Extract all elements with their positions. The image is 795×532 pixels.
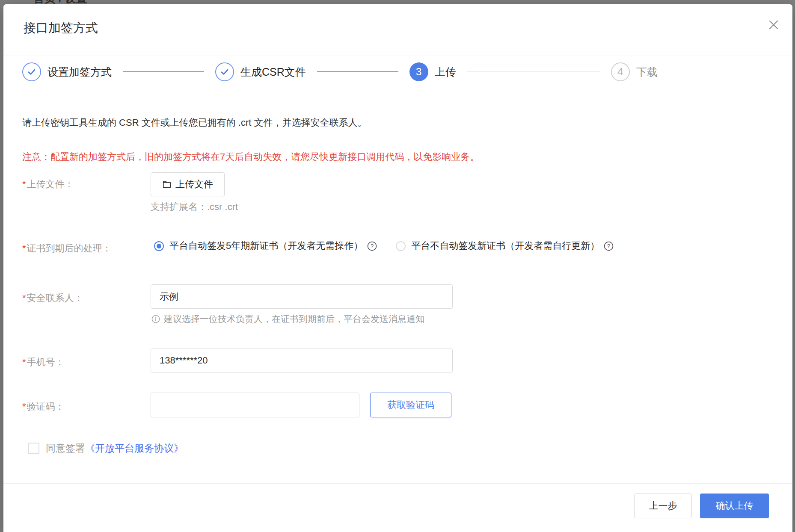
screen: 首页 / 设置 接口加签方式 设置加签方式 生成CSR文件 [0, 0, 795, 532]
upload-extension-hint: 支持扩展名：.csr .crt [151, 201, 238, 213]
step-2-check-icon [215, 62, 234, 81]
radio-selected-icon[interactable] [154, 241, 164, 251]
step-1-check-icon [22, 62, 41, 81]
step-2-generate-csr: 生成CSR文件 [215, 62, 306, 81]
step-4-download: 4 下载 [611, 62, 658, 81]
step-3-circle: 3 [409, 62, 428, 81]
agreement-checkbox[interactable] [28, 443, 39, 454]
radio-auto-renew[interactable]: 平台自动签发5年期新证书（开发者无需操作） ? [154, 239, 377, 252]
security-contact-hint-text: 建议选择一位技术负责人，在证书到期前后，平台会发送消息通知 [164, 313, 424, 325]
radio-no-auto-renew[interactable]: 平台不自动签发新证书（开发者需自行更新） ? [396, 239, 614, 252]
step-4-number: 4 [617, 66, 623, 78]
svg-text:?: ? [607, 243, 611, 249]
required-asterisk: * [22, 401, 26, 412]
cert-expiry-options: 平台自动签发5年期新证书（开发者无需操作） ? 平台不自动签发新证书（开发者需自… [154, 239, 614, 252]
get-code-button[interactable]: 获取验证码 [370, 393, 451, 417]
info-circle-icon [151, 315, 160, 323]
previous-step-button[interactable]: 上一步 [634, 494, 692, 518]
close-icon[interactable] [766, 17, 781, 33]
step-connector-1 [123, 71, 204, 72]
footer-divider [3, 483, 792, 484]
agreement-link[interactable]: 《开放平台服务协议》 [85, 442, 184, 455]
dialog-title: 接口加签方式 [24, 20, 98, 37]
phone-input[interactable] [151, 349, 453, 372]
dimmed-page-backdrop: 首页 / 设置 [0, 0, 795, 4]
svg-text:?: ? [371, 243, 374, 249]
required-asterisk: * [22, 293, 26, 303]
required-asterisk: * [22, 179, 26, 189]
warning-text: 注意：配置新的加签方式后，旧的加签方式将在7天后自动失效，请您尽快更新接口调用代… [22, 151, 479, 163]
phone-label: *手机号： [22, 356, 65, 369]
step-3-upload: 3 上传 [409, 62, 456, 81]
upload-box-icon [162, 180, 172, 189]
confirm-upload-button[interactable]: 确认上传 [700, 494, 769, 518]
step-3-label: 上传 [435, 65, 456, 79]
upload-file-label: *上传文件： [22, 178, 74, 191]
verification-code-label: *验证码： [22, 400, 65, 413]
step-3-number: 3 [416, 66, 421, 78]
question-circle-icon[interactable]: ? [367, 241, 377, 251]
upload-button-label: 上传文件 [175, 178, 213, 191]
cert-expiry-label: *证书到期后的处理： [22, 242, 112, 255]
api-signing-dialog: 接口加签方式 设置加签方式 生成CSR文件 3 [3, 4, 792, 532]
upload-file-button[interactable]: 上传文件 [151, 172, 225, 196]
agreement-row: 同意签署 《开放平台服务协议》 [28, 442, 184, 455]
radio-no-auto-renew-label: 平台不自动签发新证书（开发者需自行更新） [411, 239, 599, 252]
question-circle-icon[interactable]: ? [604, 241, 614, 251]
security-contact-label: *安全联系人： [22, 292, 83, 304]
security-contact-hint: 建议选择一位技术负责人，在证书到期前后，平台会发送消息通知 [151, 313, 424, 325]
breadcrumb: 首页 / 设置 [33, 0, 87, 4]
agreement-text: 同意签署 [46, 442, 85, 455]
step-connector-2 [317, 71, 398, 72]
intro-text: 请上传密钥工具生成的 CSR 文件或上传您已拥有的 .crt 文件，并选择安全联… [22, 116, 367, 129]
header-divider [3, 56, 792, 56]
step-4-label: 下载 [636, 65, 658, 79]
required-asterisk: * [22, 243, 26, 254]
wizard-stepper: 设置加签方式 生成CSR文件 3 上传 4 下载 [22, 62, 658, 81]
step-1-set-signing-method: 设置加签方式 [22, 62, 112, 81]
step-connector-3 [467, 71, 600, 72]
radio-unselected-icon[interactable] [396, 241, 406, 251]
verification-code-input[interactable] [151, 393, 359, 417]
step-4-circle: 4 [611, 62, 630, 81]
required-asterisk: * [22, 357, 26, 367]
step-2-label: 生成CSR文件 [240, 65, 306, 79]
radio-auto-renew-label: 平台自动签发5年期新证书（开发者无需操作） [169, 239, 363, 252]
step-1-label: 设置加签方式 [47, 65, 112, 79]
security-contact-input[interactable] [151, 284, 453, 309]
